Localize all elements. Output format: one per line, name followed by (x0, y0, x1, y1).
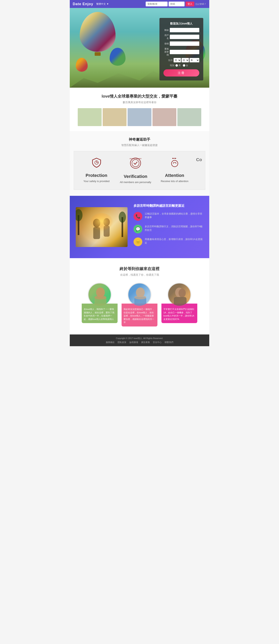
protection-title: Protection (79, 173, 114, 178)
feature-co: Co (194, 157, 202, 164)
gender-female-radio[interactable] (183, 64, 185, 67)
blue-section: 多語言即時翻譯跨越語言距離更親近 📞 12種語言版本，全球多個國家的網站注冊，盡… (70, 196, 209, 258)
gender-options: 男 女 (175, 64, 188, 67)
blue-feature-2-text: 多語言即時翻譯聊天文，消除語言間隔閡，讓你和TA暢所欲言 (145, 225, 203, 232)
site-header: Date Enjoy 繁體中文 ▼ 登入 忘記密碼？ (70, 0, 209, 8)
testimonial-text-3: 平常繁忙不太容易到門口認識到1A，給自己一個機會，找到了love情人中的另一半，… (163, 308, 195, 321)
tagline-subtitle: 數百萬美女帥哥在這裡等著你 (74, 100, 205, 104)
day-select[interactable]: 日123456789101112131415161718192021222324… (182, 58, 189, 62)
blue-feature-2: 💬 多語言即時翻譯聊天文，消除語言間隔閡，讓你和TA暢所欲言 (134, 225, 203, 234)
match-title: 神奇邂逅助手 (74, 137, 205, 142)
reg-password-input[interactable] (170, 42, 199, 46)
balloon-small-1 (76, 58, 88, 72)
gender-female-option[interactable]: 女 (183, 64, 188, 67)
verified-icon: VERIFIED MEMBER (118, 157, 153, 172)
testimonials-title: 終於等到你嫁來在這裡 (74, 266, 205, 272)
svg-text:VERIFIED MEMBER: VERIFIED MEMBER (130, 158, 141, 159)
footer-link-safety[interactable]: 安全中心 (153, 341, 162, 344)
svg-point-13 (90, 213, 114, 233)
member-photo-2 (103, 108, 127, 126)
feature-protection: Protection Your safety is provided (77, 157, 116, 183)
email-row: 郵箱 (163, 28, 199, 32)
tagline-section: love情人全球最專業的大型交友，愛蒙平臺 數百萬美女帥哥在這裡等著你 (70, 88, 209, 131)
footer-copyright: Copyright © 2017 love情人. All Rights Rese… (116, 337, 163, 340)
testimonial-cards: 在love情人，我找到了一一愛我滿滿的人，就在這裡，愛到了我生命中的另一半，往後… (74, 283, 205, 326)
testimonial-card-1: 在love情人，我找到了一一愛我滿滿的人，就在這裡，愛到了我生命中的另一半，往後… (82, 283, 118, 326)
svg-point-6 (175, 162, 176, 163)
testimonial-avatar-1 (88, 283, 112, 306)
smile-icon: 😊 (134, 238, 142, 246)
birthday-selects: 月123456789101112 日1234567891011121314151… (174, 58, 199, 62)
blue-feature-3: 😊 用畫趣味表情逗心意，新增聊天表情，讓你和1A走更親近 (134, 238, 203, 246)
password-label: 密碼 (163, 42, 169, 45)
testimonials-subtitle: 在這裡，找遇見了你，你遇見了我 (74, 273, 205, 277)
match-subtitle: 智慧匹配有緣人一鍵邂逅超便捷 (74, 144, 205, 147)
testimonial-card-3: 平常繁忙不太容易到門口認識到1A，給自己一個機會，找到了love情人中的另一半，… (161, 283, 197, 326)
testimonial-text-1: 在love情人，我找到了一一愛我滿滿的人，就在這裡，愛到了我生命中的另一半，往後… (84, 308, 116, 321)
member-photos (74, 108, 205, 126)
member-photo-5 (177, 108, 201, 126)
co-title: Co (196, 157, 200, 162)
blue-section-image (76, 207, 128, 247)
shield-icon (79, 157, 114, 170)
testimonial-card-2: 我起初沒沒想過自己一個地方，但是在這裡，在love情人，就在這裡，在love情人… (122, 283, 157, 326)
gender-row: 性別 男 女 (163, 64, 199, 67)
features-strip: Protection Your safety is provided VERIF… (74, 151, 205, 190)
footer-link-terms[interactable]: 服務條款 (106, 341, 115, 344)
svg-point-20 (95, 296, 106, 300)
month-select[interactable]: 月123456789101112 (174, 58, 181, 62)
testimonial-body-1: 在love情人，我找到了一一愛我滿滿的人，就在這裡，愛到了我生命中的另一半，往後… (82, 304, 118, 323)
confirm-label: 重複新密碼 (163, 48, 169, 56)
testimonial-body-2: 我起初沒沒想過自己一個地方，但是在這裡，在love情人，就在這裡，在love情人… (122, 304, 157, 326)
chat-icon: 💬 (134, 225, 142, 234)
reg-username-input[interactable] (170, 35, 199, 39)
testimonial-avatar-2 (128, 283, 151, 306)
reg-email-input[interactable] (170, 28, 199, 32)
footer-link-forum[interactable]: 論壇廣場 (129, 341, 138, 344)
svg-point-2 (132, 160, 139, 167)
register-button[interactable]: 注冊 (163, 69, 199, 76)
tagline-title: love情人全球最專業的大型交友，愛蒙平臺 (74, 94, 205, 99)
testimonial-avatar-3 (167, 283, 191, 306)
site-logo: Date Enjoy (73, 2, 93, 6)
svg-point-5 (173, 162, 174, 163)
svg-point-25 (179, 289, 186, 298)
match-section: 神奇邂逅助手 智慧匹配有緣人一鍵邂逅超便捷 Protection Your sa… (70, 131, 209, 196)
login-button[interactable]: 登入 (185, 2, 194, 6)
year-select[interactable]: 年200019991998199719961995199419931992199… (189, 58, 199, 62)
blue-feature-3-text: 用畫趣味表情逗心意，新增聊天表情，讓你和1A走更親近 (145, 238, 203, 244)
hero-section: 歡迎加入love情人 郵箱 用戶名 密碼 重複新密碼 生日 月123456789… (70, 8, 209, 88)
svg-point-4 (171, 160, 178, 167)
testimonials-section: 終於等到你嫁來在這裡 在這裡，找遇見了你，你遇見了我 在love情人，我找到了一… (70, 258, 209, 334)
svg-point-8 (175, 158, 176, 159)
protection-desc: Your safety is provided (79, 180, 114, 183)
blue-feature-1-text: 12種語言版本，全球多個國家的網站注冊，盡情分享世界趣事 (145, 212, 203, 219)
birthday-row: 生日 月123456789101112 日1234567891011121314… (163, 58, 199, 62)
gender-male-option[interactable]: 男 (175, 64, 181, 67)
feature-verification: VERIFIED MEMBER Verification All members… (116, 157, 155, 184)
email-label: 郵箱 (163, 29, 169, 32)
balloon-basket (95, 52, 101, 56)
svg-point-7 (172, 158, 173, 159)
password-row: 密碼 (163, 42, 199, 46)
form-title: 歡迎加入love情人 (163, 22, 199, 26)
footer-link-contact[interactable]: 聯繫我們 (165, 341, 173, 344)
footer-link-ads[interactable]: 廣告業務 (141, 341, 150, 344)
balloon-small-2 (110, 48, 126, 66)
footer-links: 服務條款 隱私政策 論壇廣場 廣告業務 安全中心 聯繫我們 (74, 341, 205, 344)
phone-icon: 📞 (134, 212, 142, 221)
blue-section-title: 多語言即時翻譯跨越語言距離更親近 (134, 204, 203, 208)
footer-link-privacy[interactable]: 隱私政策 (118, 341, 126, 344)
password-input[interactable] (169, 2, 184, 6)
email-input[interactable] (146, 2, 168, 6)
verification-desc: All members are personally (118, 181, 153, 184)
gender-male-radio[interactable] (175, 64, 178, 67)
confirm-row: 重複新密碼 (163, 48, 199, 56)
language-selector[interactable]: 繁體中文 ▼ (96, 2, 109, 6)
header-auth-area: 登入 忘記密碼？ (146, 2, 206, 6)
attention-icon (157, 157, 192, 170)
balloon-main (80, 12, 116, 52)
verification-title: Verification (118, 174, 153, 179)
reg-confirm-input[interactable] (170, 50, 199, 54)
forgot-password-link[interactable]: 忘記密碼？ (195, 2, 206, 6)
